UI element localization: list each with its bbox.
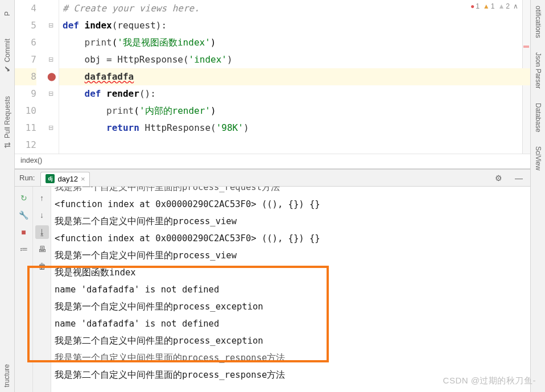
console-line: 我是第一个自定义中间件里面的process_request方法 xyxy=(55,187,527,196)
rail-p[interactable]: P xyxy=(3,11,11,16)
rerun-icon[interactable]: ↻ xyxy=(17,191,31,205)
rail-database[interactable]: Database xyxy=(534,103,542,132)
rail-commit[interactable]: ✔Commit xyxy=(3,39,11,73)
rail-pull-requests[interactable]: ⇅Pull Requests xyxy=(3,96,11,150)
soft-wrap-icon[interactable]: ⭳ xyxy=(35,225,49,239)
console-line: 我是第二个自定义中间件里的process_exception xyxy=(55,332,527,349)
run-toolbar-left: ↻ 🔧 ■ ≔ xyxy=(15,187,33,392)
console-line: 我是第二个自定义中间件里面的process_response方法 xyxy=(55,366,527,383)
left-tool-rail: P ✔Commit ⇅Pull Requests xyxy=(0,0,15,392)
gear-icon[interactable]: ⚙ xyxy=(492,171,505,185)
console-line: 我是视图函数index xyxy=(55,264,527,281)
console-line: name 'dafafadfa' is not defined xyxy=(55,281,527,298)
bulb-icon[interactable]: ⬤ xyxy=(47,72,56,81)
django-icon: dj xyxy=(46,174,55,183)
rail-structure[interactable]: tructure xyxy=(3,364,11,387)
error-token[interactable]: dafafadfa xyxy=(85,71,134,82)
line-numbers: 4 5 6 7 8 9 10 11 12 xyxy=(15,0,47,154)
rail-sciview[interactable]: SciView xyxy=(534,146,542,170)
up-icon[interactable]: ↑ xyxy=(35,191,49,205)
console-line: <function index at 0x00000290C2AC53F0> (… xyxy=(55,196,527,213)
trash-icon[interactable]: 🗑 xyxy=(35,259,49,273)
run-label: Run: xyxy=(19,174,35,182)
down-icon[interactable]: ↓ xyxy=(35,208,49,222)
console-line: 我是第一个自定义中间件里的process_view xyxy=(55,247,527,264)
console-line: 我是第二个自定义中间件里的process_view xyxy=(55,213,527,230)
wrench-icon[interactable]: 🔧 xyxy=(17,208,31,222)
run-toolbar-right: ↑ ↓ ⭳ 🖶 🗑 xyxy=(33,187,51,392)
rail-json-parser[interactable]: Json Parser xyxy=(534,52,542,89)
right-tool-rail: otifications Json Parser Database SciVie… xyxy=(530,0,545,392)
minimize-icon[interactable]: — xyxy=(512,171,526,185)
close-icon[interactable]: × xyxy=(81,175,85,183)
console-line: 我是第一个自定义中间件里面的process_response方法 xyxy=(55,349,527,366)
code-area[interactable]: # Create your views here. def index(requ… xyxy=(59,0,530,154)
run-tab[interactable]: dj day12 × xyxy=(40,172,90,186)
console-line: <function index at 0x00000290C2AC53F0> (… xyxy=(55,230,527,247)
run-tool-window: Run: dj day12 × ⚙ — ↻ 🔧 ■ ≔ xyxy=(15,169,530,392)
editor[interactable]: ●1 ▲1 ▲2 ∧ ∨ 4 5 6 7 8 9 10 xyxy=(15,0,530,169)
console-line: 我是第一个自定义中间件里的process_exception xyxy=(55,298,527,315)
console-line: name 'dafafadfa' is not defined xyxy=(55,315,527,332)
rail-notifications[interactable]: otifications xyxy=(534,6,542,38)
run-tab-label: day12 xyxy=(57,175,77,183)
stop-icon[interactable]: ■ xyxy=(17,225,31,239)
console-output[interactable]: 我是第一个自定义中间件里面的process_request方法 <functio… xyxy=(51,187,530,392)
layout-icon[interactable]: ≔ xyxy=(17,242,31,256)
gutter-icons[interactable]: ⊟ ⊟ ⬤ ⊟ ⊟ xyxy=(47,0,59,154)
print-icon[interactable]: 🖶 xyxy=(35,242,49,256)
breadcrumb[interactable]: index() xyxy=(15,154,530,168)
